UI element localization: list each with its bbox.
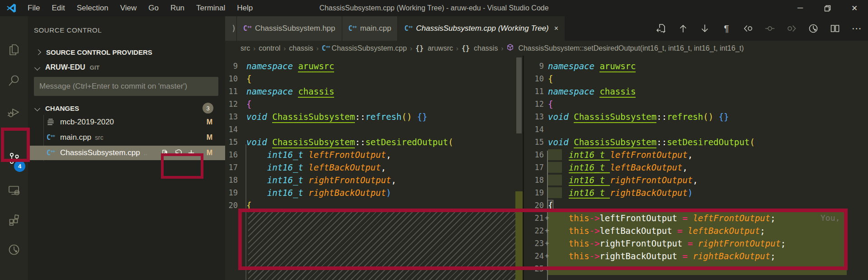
restore-button[interactable] (814, 0, 841, 16)
gitlens-annotate-button[interactable] (806, 21, 821, 36)
code-line-11[interactable]: 11namespace chassis (524, 85, 868, 98)
breadcrumb-item-0[interactable]: src (241, 44, 250, 52)
file-name: ChassisSubsystem.cpp (60, 148, 140, 157)
breadcrumb-item-1[interactable]: control (259, 44, 280, 52)
code-line-18[interactable]: 18 int16_t rightFrontOutput, (524, 174, 868, 186)
code-line-15[interactable]: 15void ChassisSubsystem::setDesiredOutpu… (225, 136, 523, 148)
tab-label: ChassisSubsystem.cpp (Working Tree) (416, 24, 549, 33)
inline-view-left-button[interactable] (741, 21, 756, 36)
code-line-9[interactable]: 9namespace aruwsrc (225, 60, 523, 72)
toggle-whitespace-button[interactable]: ¶ (719, 21, 734, 36)
menu-go[interactable]: Go (142, 0, 165, 16)
code-text: int16_t rightFrontOutput, (246, 174, 396, 186)
tab-chassissubsystem.hpp[interactable]: C++ChassisSubsystem.hpp (237, 16, 342, 41)
code-line-19[interactable]: 19 int16_t rightBackOutput) (524, 186, 868, 199)
commit-message-input[interactable]: Message (Ctrl+Enter to commit on 'master… (34, 77, 218, 96)
menu-terminal[interactable]: Terminal (190, 0, 231, 16)
breadcrumb-item-5[interactable]: {}chassis (462, 44, 498, 52)
chevron-down-icon (34, 105, 40, 111)
editor-toolbar: ¶⋯ (654, 16, 864, 41)
previous-change-button[interactable] (675, 21, 691, 36)
scm-count-badge: 4 (14, 161, 25, 172)
close-icon[interactable]: × (554, 24, 558, 33)
activity-item-run-debug[interactable] (0, 100, 28, 124)
line-number: 10 (225, 72, 238, 85)
file-path-desc: .. (144, 149, 147, 157)
code-text: int16_t leftBackOutput, (548, 161, 688, 174)
more-actions-button[interactable]: ⋯ (849, 21, 864, 36)
cpp-purple-icon: C++ (243, 24, 251, 33)
breadcrumb-item-6[interactable]: ChassisSubsystem::setDesiredOutput(int16… (506, 43, 744, 53)
tab-chassissubsystem.cpp-working-tree-[interactable]: C++ChassisSubsystem.cpp (Working Tree)× (398, 16, 565, 41)
open-changes-button[interactable] (654, 21, 669, 36)
file-row-mcb-2019-2020[interactable]: mcb-2019-2020M (28, 115, 225, 129)
activity-item-search[interactable] (0, 69, 28, 92)
tab-label: ) (231, 24, 236, 33)
menu-view[interactable]: View (114, 0, 143, 16)
cpp-blue-icon: C++ (322, 44, 330, 52)
breadcrumb-item-3[interactable]: C++ChassisSubsystem.cpp (322, 44, 407, 52)
window-controls: ─ ✕ (787, 0, 868, 16)
code-line-17[interactable]: 17 int16_t leftBackOutput, (225, 161, 523, 174)
activity-item-gitlens[interactable] (0, 238, 28, 261)
breadcrumb-item-4[interactable]: {}aruwsrc (415, 44, 453, 52)
menu-help[interactable]: Help (231, 0, 259, 16)
annotation-box-added-lines (238, 209, 848, 270)
repo-header[interactable]: ARUW-EDU GIT (28, 61, 225, 74)
inline-view-center-button[interactable] (762, 21, 778, 36)
activity-item-explorer[interactable] (0, 38, 28, 62)
close-window-button[interactable]: ✕ (841, 0, 868, 16)
line-number: 9 (225, 60, 238, 72)
line-number: 20 (225, 199, 238, 212)
code-line-16[interactable]: 16 int16_t leftFrontOutput, (225, 148, 523, 161)
code-line-18[interactable]: 18 int16_t rightFrontOutput, (225, 174, 523, 186)
window-title: ChassisSubsystem.cpp (Working Tree) - ar… (319, 4, 548, 12)
menu-file[interactable]: File (22, 0, 46, 16)
inline-view-right-button[interactable] (784, 21, 799, 36)
commit-placeholder: Message (Ctrl+Enter to commit on 'master… (39, 82, 187, 91)
file-row-main.cpp[interactable]: C++main.cppsrcM (28, 130, 225, 145)
changes-section-header[interactable]: CHANGES 3 (28, 101, 225, 115)
tab-label: main.cpp (360, 24, 391, 33)
split-editor-button[interactable] (827, 21, 843, 36)
minimize-button[interactable]: ─ (787, 0, 814, 16)
source-control-providers-header[interactable]: SOURCE CONTROL PROVIDERS (28, 45, 225, 59)
chevron-right-icon (35, 49, 41, 55)
code-text: int16_t leftBackOutput, (246, 161, 386, 174)
chevron-right-icon: › (283, 44, 286, 52)
code-text: int16_t rightBackOutput) (548, 186, 693, 199)
code-line-13[interactable]: 13void ChassisSubsystem::refresh() {} (524, 110, 868, 123)
annotation-box-file-actions (161, 153, 203, 179)
tab--[interactable]: ) (225, 16, 237, 41)
code-line-16[interactable]: 16 int16_t leftFrontOutput, (524, 148, 868, 161)
code-line-17[interactable]: 17 int16_t leftBackOutput, (524, 161, 868, 174)
code-line-11[interactable]: 11namespace chassis (225, 85, 523, 98)
line-number: 18 (225, 174, 238, 186)
code-line-10[interactable]: 10{ (225, 72, 523, 85)
menu-run[interactable]: Run (165, 0, 190, 16)
code-line-14[interactable]: 14 (225, 123, 523, 136)
code-line-12[interactable]: 12{ (225, 98, 523, 110)
extensions-icon (7, 213, 21, 227)
cpp-blue-icon: C++ (404, 24, 412, 33)
code-line-19[interactable]: 19 int16_t rightBackOutput) (225, 186, 523, 199)
code-text: namespace chassis (246, 85, 334, 98)
code-line-12[interactable]: 12{ (524, 98, 868, 110)
activity-item-remote-explorer[interactable] (0, 178, 28, 202)
chevron-right-icon: › (253, 44, 255, 52)
code-line-15[interactable]: 15void ChassisSubsystem::setDesiredOutpu… (524, 136, 868, 148)
code-line-9[interactable]: 9namespace aruwsrc (524, 60, 868, 72)
menu-selection[interactable]: Selection (71, 0, 114, 16)
line-number: 19 (529, 186, 544, 199)
tab-main.cpp[interactable]: C++main.cpp (342, 16, 398, 41)
next-change-button[interactable] (697, 21, 712, 36)
menu-edit[interactable]: Edit (46, 0, 71, 16)
gitlens-icon (7, 242, 21, 257)
code-line-13[interactable]: 13void ChassisSubsystem::refresh() {} (225, 110, 523, 123)
code-line-14[interactable]: 14 (524, 123, 868, 136)
line-number: 12 (529, 98, 544, 110)
breadcrumb-item-2[interactable]: chassis (289, 44, 313, 52)
code-line-10[interactable]: 10{ (524, 72, 868, 85)
title-bar: FileEditSelectionViewGoRunTerminalHelp C… (0, 0, 868, 16)
activity-item-extensions[interactable] (0, 208, 28, 232)
